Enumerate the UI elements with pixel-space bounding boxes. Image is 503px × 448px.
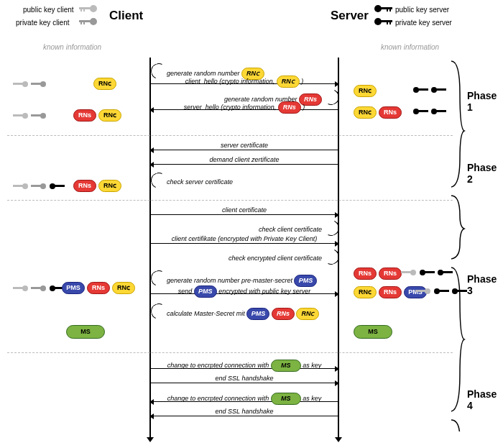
svg-point-38 [22, 285, 28, 291]
key-icon-black [374, 17, 392, 26]
svg-rect-41 [31, 287, 41, 289]
known-right-rns-rnc: RNᴄRNs [354, 106, 402, 119]
phase-divider [7, 200, 453, 201]
known-info-left: known information [43, 43, 101, 51]
arrow-left [151, 150, 338, 150]
msg-client-cert-enc: client certifikate (encrypted with Priva… [151, 235, 338, 242]
svg-rect-19 [31, 83, 41, 85]
svg-point-24 [413, 87, 419, 93]
svg-rect-33 [13, 185, 23, 187]
known-right-keys [415, 288, 467, 295]
ms-token: MS [66, 325, 105, 339]
phase-2-label: Phase 2 [467, 162, 503, 185]
ms-right: MS [354, 325, 392, 339]
legend-priv-client: private key client [16, 19, 69, 27]
svg-rect-15 [387, 20, 388, 24]
svg-point-26 [431, 87, 437, 93]
svg-point-18 [40, 81, 46, 87]
msg-change-enc: change to encrpted connection with MS as… [151, 360, 338, 372]
known-left-keys [13, 112, 47, 119]
msg-demand-cert: demand client zertificate [151, 156, 338, 163]
svg-point-8 [374, 5, 382, 12]
svg-point-36 [50, 183, 55, 189]
known-left-rns-rnc: RNsRNᴄ [73, 109, 121, 122]
self-arc-icon [149, 170, 169, 191]
phase-3-label: Phase 3 [467, 273, 503, 296]
svg-rect-21 [13, 114, 23, 116]
svg-rect-23 [31, 114, 41, 116]
svg-rect-27 [436, 88, 446, 91]
svg-rect-35 [31, 185, 41, 187]
msg-server-cert: server certificate [151, 142, 338, 149]
svg-point-12 [374, 18, 382, 25]
known-left-rnc: RNᴄ [93, 78, 116, 90]
svg-rect-25 [418, 88, 428, 91]
legend-priv-server: private key server [395, 19, 452, 27]
diagram-root: public key client private key client Cli… [0, 0, 503, 448]
arrow-down-icon [147, 437, 154, 446]
key-icon-grey [79, 17, 98, 26]
known-right-keys [412, 108, 446, 115]
arrow-left [151, 164, 338, 165]
svg-point-4 [90, 18, 97, 25]
key-icon-grey [79, 4, 98, 13]
arrow-right [151, 243, 338, 244]
ms-token: MS [271, 360, 301, 372]
phase-divider [7, 135, 453, 136]
svg-point-42 [50, 285, 55, 291]
msg-end-ssl: end SSL handshake [151, 408, 338, 415]
arrow-left [151, 416, 338, 416]
msg-check-enc-client: check encrypted client certificate [135, 255, 322, 262]
svg-point-46 [420, 270, 425, 275]
msg-end-ssl: end SSL handshake [151, 375, 338, 382]
msg-calc-ms: calculate Master-Secret mit PMS RNs RNᴄ [167, 308, 368, 320]
svg-point-30 [431, 109, 437, 114]
svg-rect-6 [80, 20, 82, 24]
svg-rect-47 [425, 271, 435, 273]
known-info-right: known information [381, 43, 439, 51]
svg-point-48 [438, 270, 443, 275]
svg-rect-49 [443, 271, 453, 273]
svg-rect-53 [439, 290, 449, 292]
svg-point-52 [434, 288, 440, 294]
legend-pub-server: public key server [395, 6, 449, 14]
arrow-right [151, 214, 338, 215]
ms-token: MS [354, 325, 392, 339]
svg-rect-7 [83, 20, 85, 24]
msg-check-client: check client certificate [135, 226, 322, 233]
brace-icon [451, 58, 466, 431]
svg-point-20 [22, 113, 28, 119]
msg-send-pms: send PMS encrypted with public key serve… [151, 285, 338, 298]
svg-rect-31 [436, 110, 446, 112]
rns-token: RNs [278, 101, 301, 114]
svg-point-32 [22, 183, 28, 189]
self-arc-icon [149, 301, 169, 321]
svg-rect-10 [389, 7, 391, 12]
svg-rect-3 [83, 7, 85, 12]
known-left-keys [13, 81, 47, 88]
svg-rect-17 [13, 83, 23, 85]
svg-rect-39 [13, 287, 23, 289]
svg-point-16 [22, 81, 28, 87]
svg-point-54 [452, 288, 458, 294]
svg-rect-14 [389, 20, 391, 24]
svg-rect-45 [401, 271, 411, 273]
known-right-keys [412, 86, 446, 93]
svg-rect-29 [418, 110, 428, 112]
known-left-keys [13, 183, 65, 190]
rnc-token: RNᴄ [277, 76, 300, 88]
svg-point-0 [90, 5, 97, 12]
msg-server-hello: server_hello (crypto information, RNs ) [151, 101, 338, 114]
known-left-rns-rnc: RNsRNᴄ [73, 180, 121, 192]
known-left-keys [13, 285, 65, 292]
pms-token: PMS [246, 308, 269, 320]
server-header: Server [331, 9, 369, 23]
svg-point-44 [410, 270, 416, 275]
legend-pub-client: public key client [23, 6, 74, 14]
msg-client-cert: client certificate [151, 206, 338, 214]
msg-client-hello: client_hello (crypto information, RNᴄ ) [151, 76, 338, 88]
known-left-pms-rns-rnc: PMSRNsRNᴄ [62, 282, 135, 294]
arrow-right [151, 383, 338, 383]
phase-divider [7, 352, 453, 353]
svg-point-34 [40, 183, 46, 189]
